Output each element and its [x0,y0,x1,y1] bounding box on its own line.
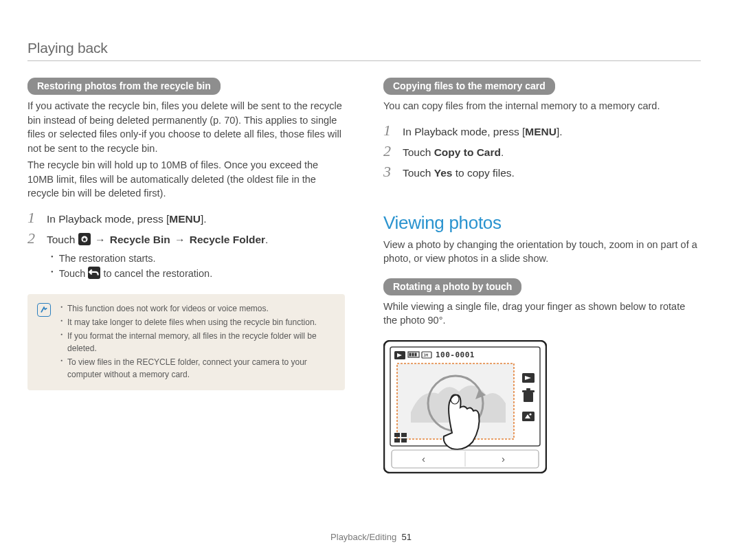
svg-rect-10 [524,392,533,402]
menu-key: MENU [169,213,201,225]
note-text: It may take longer to delete files when … [67,316,317,328]
svg-rect-18 [401,438,407,443]
rotate-gesture-illustration: 3M 100-0001 [383,340,547,473]
page-header: Playing back [27,40,701,61]
section-heading-viewing: Viewing photos [383,212,701,234]
page-footer: Playback/Editing 51 [0,532,742,542]
trash-icon [522,388,535,402]
step-text: ]. [556,126,563,137]
recycle-bin-label: Recycle Bin [110,234,173,245]
back-return-icon [88,267,100,279]
svg-rect-3 [409,352,412,356]
bullet-text: Touch [59,268,89,279]
svg-point-14 [529,413,531,415]
step-text: ]. [201,213,207,225]
step-text: Touch [47,234,78,245]
step-text: In Playback mode, press [ [403,126,525,137]
step-item: 1 In Playback mode, press [MENU]. [383,123,701,138]
paragraph: View a photo by changing the orientation… [383,238,701,266]
step-text: In Playback mode, press [ [47,213,169,225]
right-column: Copying files to the memory card You can… [383,78,701,476]
subsection-pill-copy: Copying files to the memory card [383,78,555,95]
step-item: 2 Touch → Recycle Bin → Recycle Folder. [27,231,345,246]
note-text: To view files in the RECYCLE folder, con… [67,356,334,381]
step-item: 3 Touch Yes to copy files. [383,164,701,179]
subsection-pill-restore: Restoring photos from the recycle bin [27,78,221,95]
svg-rect-16 [401,433,407,437]
info-note-icon [37,303,51,317]
step-number: 1 [383,123,396,138]
svg-rect-17 [394,438,400,443]
file-counter-label: 100-0001 [436,350,475,359]
paragraph: You can copy files from the internal mem… [383,99,701,113]
note-text: If you format the internal memory, all f… [67,330,334,355]
note-callout: This function does not work for videos o… [27,294,345,390]
step-number: 1 [27,210,40,225]
svg-rect-15 [394,433,400,437]
step-text: Touch [403,167,434,179]
paragraph: The recycle bin will hold up to 10MB of … [27,158,345,201]
arrow-right-icon: → [93,234,107,245]
step-text: to copy files. [452,167,514,179]
edit-icon [522,412,535,421]
step-item: 2 Touch Copy to Card. [383,144,701,159]
prev-arrow-icon: ‹ [422,453,425,464]
step-text: Touch [403,146,434,158]
bullet-text: The restoration starts. [59,251,156,267]
yes-label: Yes [434,167,453,179]
svg-text:3M: 3M [423,352,429,357]
footer-page-number: 51 [401,532,411,542]
bullet-text: to cancel the restoration. [103,268,212,279]
step-number: 2 [27,231,40,246]
next-arrow-icon: › [502,453,505,464]
recycle-folder-label: Recycle Folder [190,234,265,245]
paragraph: If you activate the recycle bin, files y… [27,99,345,155]
subsection-pill-rotate: Rotating a photo by touch [383,278,521,295]
left-column: Restoring photos from the recycle bin If… [27,78,345,476]
footer-section: Playback/Editing [330,532,396,542]
step-text: . [501,146,504,158]
svg-rect-5 [415,352,417,356]
svg-rect-12 [526,388,530,390]
menu-key: MENU [525,126,556,137]
step-number: 2 [383,144,396,159]
step-text: . [265,234,268,245]
note-text: This function does not work for videos o… [67,302,269,315]
step-number: 3 [383,164,396,179]
step-item: 1 In Playback mode, press [MENU]. [27,210,345,225]
svg-rect-11 [522,390,535,392]
arrow-right-icon: → [173,234,187,245]
paragraph: While viewing a single file, drag your f… [383,300,701,328]
svg-rect-4 [412,352,414,356]
copy-to-card-label: Copy to Card [434,146,501,158]
gear-tools-icon [78,233,91,245]
